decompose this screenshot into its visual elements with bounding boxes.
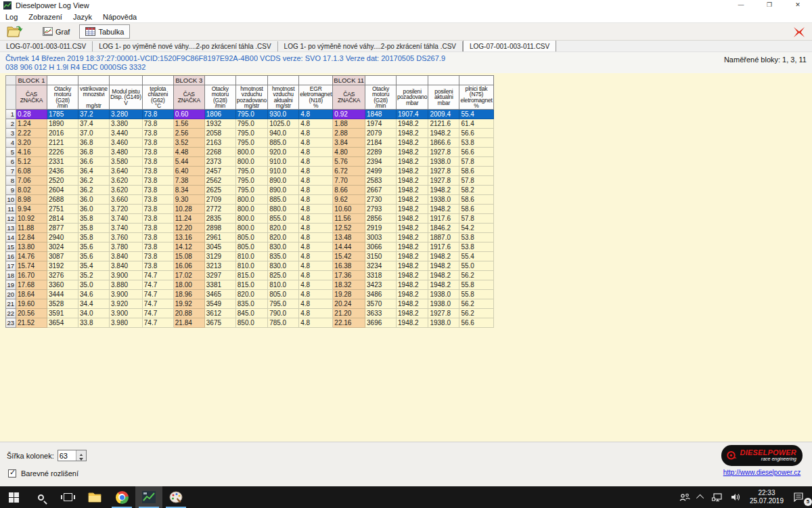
table-cell[interactable]: 2751 <box>47 205 78 214</box>
table-cell[interactable]: 3297 <box>204 271 235 280</box>
table-cell[interactable]: 805.0 <box>235 242 267 252</box>
table-cell[interactable]: 20.88 <box>173 309 204 318</box>
table-cell[interactable]: 795.0 <box>235 186 267 195</box>
table-cell[interactable]: 35.6 <box>78 252 110 261</box>
table-cell[interactable]: 36.8 <box>78 138 110 148</box>
table-cell[interactable]: 920.0 <box>268 148 299 157</box>
table-cell[interactable]: 55.4 <box>459 252 493 261</box>
table-cell[interactable]: 53.8 <box>459 242 493 252</box>
table-cell[interactable]: 1932 <box>204 119 235 129</box>
table-cell[interactable]: 36.0 <box>78 195 110 205</box>
color-distinction-checkbox[interactable]: ✓ <box>8 469 16 478</box>
table-cell[interactable]: 1938.0 <box>428 157 459 167</box>
table-cell[interactable]: 795.0 <box>235 167 267 176</box>
table-cell[interactable]: 800.0 <box>235 214 267 224</box>
table-cell[interactable]: 3318 <box>365 271 397 280</box>
file-tab-3[interactable]: LOG 1- po výměně nové váhy....2-po zkrác… <box>278 41 463 51</box>
table-cell[interactable]: 835.0 <box>268 252 299 261</box>
table-cell[interactable]: 1948.2 <box>397 261 428 271</box>
table-cell[interactable]: 0.60 <box>173 110 204 119</box>
table-cell[interactable]: 14.12 <box>173 242 204 252</box>
close-button[interactable]: ✕ <box>784 0 812 11</box>
table-cell[interactable]: 3.980 <box>110 318 143 328</box>
table-cell[interactable]: 11.56 <box>333 214 365 224</box>
table-cell[interactable]: 19.92 <box>173 299 204 309</box>
table-cell[interactable]: 800.0 <box>235 224 267 233</box>
row-number-10[interactable]: 10 <box>6 195 16 205</box>
table-cell[interactable]: 795.0 <box>235 138 267 148</box>
spinner-down-icon[interactable] <box>76 456 86 461</box>
table-cell[interactable]: 1806 <box>204 110 235 119</box>
table-cell[interactable]: 805.0 <box>268 290 299 299</box>
table-cell[interactable]: 54.2 <box>459 224 493 233</box>
table-cell[interactable]: 11.24 <box>173 214 204 224</box>
table-cell[interactable]: 2772 <box>204 205 235 214</box>
table-cell[interactable]: 1948.2 <box>428 129 459 138</box>
spinner-up-icon[interactable] <box>76 450 86 456</box>
table-cell[interactable]: 820.0 <box>268 224 299 233</box>
table-cell[interactable]: 3444 <box>47 290 78 299</box>
row-number-18[interactable]: 18 <box>6 271 16 280</box>
table-cell[interactable]: 4.8 <box>299 214 333 224</box>
table-cell[interactable]: 35.8 <box>78 214 110 224</box>
row-number-19[interactable]: 19 <box>6 280 16 290</box>
table-cell[interactable]: 820.0 <box>235 290 267 299</box>
table-cell[interactable]: 800.0 <box>235 205 267 214</box>
table-cell[interactable]: 2184 <box>365 138 397 148</box>
row-number-15[interactable]: 15 <box>6 242 16 252</box>
table-cell[interactable]: 4.8 <box>299 195 333 205</box>
table-cell[interactable]: 56.6 <box>459 148 493 157</box>
table-cell[interactable]: 3.460 <box>110 138 143 148</box>
column-header-1[interactable]: ČASZNAČKA <box>16 85 47 110</box>
table-cell[interactable]: 3.580 <box>110 157 143 167</box>
table-cell[interactable]: 795.0 <box>235 119 267 129</box>
table-cell[interactable]: 2814 <box>47 214 78 224</box>
table-cell[interactable]: 820.0 <box>268 233 299 242</box>
table-cell[interactable]: 36.8 <box>78 148 110 157</box>
graf-view-button[interactable]: Graf <box>37 24 75 39</box>
column-header-9[interactable]: hmotnostvzduchuaktualnimg/str <box>268 85 299 110</box>
table-cell[interactable]: 4.8 <box>299 186 333 195</box>
file-tab-4[interactable]: LOG-07-001-003-011.CSV <box>463 40 556 51</box>
table-cell[interactable]: 1.56 <box>173 119 204 129</box>
table-cell[interactable]: 73.8 <box>142 167 173 176</box>
table-cell[interactable]: 785.0 <box>268 318 299 328</box>
table-cell[interactable]: 1927.8 <box>428 176 459 186</box>
table-cell[interactable]: 21.52 <box>16 318 47 328</box>
table-cell[interactable]: 910.0 <box>268 157 299 167</box>
menu-item-n-pov-da[interactable]: Nápověda <box>97 13 142 21</box>
table-cell[interactable]: 1025.0 <box>268 119 299 129</box>
table-cell[interactable]: 73.8 <box>142 252 173 261</box>
table-cell[interactable]: 1948.2 <box>397 195 428 205</box>
table-cell[interactable]: 36.4 <box>78 167 110 176</box>
table-cell[interactable]: 58.2 <box>459 186 493 195</box>
table-cell[interactable]: 9.30 <box>173 195 204 205</box>
table-cell[interactable]: 3696 <box>365 318 397 328</box>
table-cell[interactable]: 6.08 <box>16 167 47 176</box>
table-cell[interactable]: 3.840 <box>110 252 143 261</box>
table-cell[interactable]: 2688 <box>47 195 78 205</box>
table-cell[interactable]: 33.8 <box>78 318 110 328</box>
table-cell[interactable]: 3612 <box>204 309 235 318</box>
table-cell[interactable]: 13.48 <box>333 233 365 242</box>
table-cell[interactable]: 2499 <box>365 167 397 176</box>
chrome-button[interactable] <box>108 486 135 508</box>
table-cell[interactable]: 36.0 <box>78 205 110 214</box>
table-cell[interactable]: 2562 <box>204 176 235 186</box>
table-cell[interactable]: 880.0 <box>268 205 299 214</box>
table-cell[interactable]: 3654 <box>47 318 78 328</box>
table-cell[interactable]: 18.00 <box>173 280 204 290</box>
column-header-5[interactable]: teplotachlazeni(G62)°C <box>142 85 173 110</box>
table-cell[interactable]: 56.2 <box>459 299 493 309</box>
row-number-1[interactable]: 1 <box>6 110 16 119</box>
table-cell[interactable]: 2121.6 <box>428 119 459 129</box>
table-cell[interactable]: 4.8 <box>299 271 333 280</box>
table-cell[interactable]: 15.08 <box>173 252 204 261</box>
table-cell[interactable]: 890.0 <box>268 176 299 186</box>
table-cell[interactable]: 2625 <box>204 186 235 195</box>
table-cell[interactable]: 1848 <box>365 110 397 119</box>
table-cell[interactable]: 1846.2 <box>428 224 459 233</box>
row-number-17[interactable]: 17 <box>6 261 16 271</box>
table-cell[interactable]: 73.8 <box>142 261 173 271</box>
table-cell[interactable]: 17.36 <box>333 271 365 280</box>
